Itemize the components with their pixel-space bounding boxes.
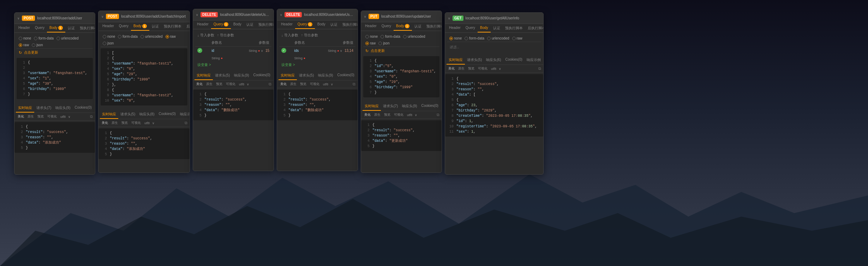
tab-[interactable]: 预执行脚本 xyxy=(424,22,442,31)
tab-[interactable]: 预执行脚本 xyxy=(340,20,358,29)
response-tab-[interactable]: 实时响应 xyxy=(16,104,34,113)
radio-none[interactable]: none xyxy=(365,35,378,38)
response-tab-7[interactable]: 请求头(7) xyxy=(34,104,53,113)
tab-Body[interactable]: Body xyxy=(231,20,244,29)
response-tab-7[interactable]: 请求头(7) xyxy=(381,102,400,111)
response-tab-5[interactable]: 请求头(5) xyxy=(213,72,232,80)
set-variable-link[interactable]: 设变量 > xyxy=(281,62,353,67)
response-tab-6[interactable]: 响应头(6) xyxy=(484,56,503,65)
tab-Header[interactable]: Header xyxy=(279,20,295,29)
radio-form-data[interactable]: form-data xyxy=(465,36,484,40)
tab-[interactable]: 认证 xyxy=(149,22,161,31)
radio-urlencoded[interactable]: urlencoded xyxy=(403,35,425,38)
tab-Query[interactable]: Query xyxy=(32,24,47,32)
radio-none[interactable]: none xyxy=(449,36,462,40)
chevron-icon[interactable]: ∨ xyxy=(448,17,450,20)
format-btn-utf8[interactable]: utf8 xyxy=(322,82,329,86)
tab-Query[interactable]: Query xyxy=(116,22,131,31)
tab-[interactable]: 认证 xyxy=(244,20,256,29)
tab-[interactable]: 后执行脚本 xyxy=(525,24,543,32)
response-tab-[interactable]: 实时响应 xyxy=(194,72,213,80)
set-variable-link[interactable]: 设变量 > xyxy=(197,62,269,67)
radio-form-data[interactable]: form-data xyxy=(34,36,54,40)
radio-raw[interactable]: raw xyxy=(365,41,376,45)
copy-icon[interactable]: ⧉ xyxy=(269,82,271,86)
response-tab-9[interactable]: 响应头(9) xyxy=(53,104,72,113)
param-checkbox[interactable]: ✓ xyxy=(281,48,286,53)
code-area[interactable]: 1[2 {3 "userName": "fangshan-test1",4 "s… xyxy=(101,48,187,105)
response-tab-8[interactable]: 响应头(8) xyxy=(137,110,156,119)
tab-[interactable]: 认证 xyxy=(412,22,424,31)
utf8-dropdown-icon[interactable]: ∨ xyxy=(247,83,249,86)
chevron-icon[interactable]: ∨ xyxy=(17,17,20,20)
tab-Header[interactable]: Header xyxy=(100,22,116,31)
radio-raw[interactable]: raw xyxy=(512,36,522,40)
tab-[interactable]: 认证 xyxy=(65,24,77,32)
code-area[interactable]: 1{23 "userName": "fangshan-test",4 "sex"… xyxy=(17,58,93,99)
utf8-dropdown-icon[interactable]: ∨ xyxy=(415,113,417,117)
response-tab-9[interactable]: 响应头(9) xyxy=(232,72,251,80)
format-btn-原生[interactable]: 原生 xyxy=(289,81,298,87)
radio-none[interactable]: none xyxy=(19,36,31,40)
format-btn-美化[interactable]: 美化 xyxy=(101,120,109,126)
radio-urlencoded[interactable]: urlencoded xyxy=(487,36,509,40)
copy-icon[interactable]: ⧉ xyxy=(185,121,187,125)
format-btn-原生[interactable]: 原生 xyxy=(26,114,35,119)
format-btn-美化[interactable]: 美化 xyxy=(195,81,204,87)
format-btn-美化[interactable]: 美化 xyxy=(363,112,372,117)
tab-Header[interactable]: Header xyxy=(194,20,211,29)
tab-[interactable]: 预执行脚本 xyxy=(77,24,95,32)
format-btn-原生[interactable]: 原生 xyxy=(373,112,382,117)
response-tab-5[interactable]: 请求头(5) xyxy=(118,110,137,119)
response-tab-Cookies0[interactable]: Cookies(0) xyxy=(72,104,94,113)
response-tab-[interactable]: 响应示例 xyxy=(178,110,190,119)
chevron-icon[interactable]: ∨ xyxy=(196,13,198,17)
copy-icon[interactable]: ⧉ xyxy=(90,114,93,119)
response-tab-Cookies0[interactable]: Cookies(0) xyxy=(335,72,356,80)
response-tab-5[interactable]: 请求头(5) xyxy=(297,72,316,80)
tab-[interactable]: 预执行脚本 xyxy=(503,24,525,32)
format-btn-美化[interactable]: 美化 xyxy=(447,66,456,71)
format-btn-可视化[interactable]: 可视化 xyxy=(309,81,321,87)
tab-[interactable]: 预执行脚本 xyxy=(161,22,184,31)
format-btn-原生[interactable]: 原生 xyxy=(205,81,214,87)
tab-Header[interactable]: Header xyxy=(447,24,463,32)
tab-Query[interactable]: Query1 xyxy=(211,20,231,29)
tab-Header[interactable]: Header xyxy=(16,24,32,32)
response-tab-[interactable]: 实时响应 xyxy=(279,72,297,80)
tab-Body[interactable]: Body1 xyxy=(47,24,65,32)
radio-json[interactable]: json xyxy=(103,41,114,45)
format-btn-预览[interactable]: 预览 xyxy=(215,81,223,87)
tab-Query[interactable]: Query1 xyxy=(295,20,315,29)
tab-[interactable]: 认证 xyxy=(328,20,340,29)
tab-[interactable]: 预执行脚本 xyxy=(256,20,274,29)
format-btn-原生[interactable]: 原生 xyxy=(457,66,466,71)
chevron-icon[interactable]: ∨ xyxy=(101,15,104,18)
import-params-button[interactable]: ↓ 导入参数 xyxy=(197,33,214,38)
response-tab-[interactable]: 实时响应 xyxy=(447,56,465,65)
utf8-dropdown-icon[interactable]: ∨ xyxy=(331,83,333,86)
radio-urlencoded[interactable]: urlencoded xyxy=(56,36,78,40)
radio-json[interactable]: json xyxy=(32,43,43,47)
format-btn-utf8[interactable]: utf8 xyxy=(143,121,151,125)
utf8-dropdown-icon[interactable]: ∨ xyxy=(499,67,501,71)
response-tab-9[interactable]: 响应头(9) xyxy=(400,102,419,111)
response-tab-Cookies0[interactable]: Cookies(0) xyxy=(156,110,178,119)
tab-[interactable]: 后执 xyxy=(184,22,190,31)
chevron-icon[interactable]: ∨ xyxy=(364,15,366,18)
response-tab-Cookies0[interactable]: Cookies(0) xyxy=(419,102,440,111)
format-btn-utf8[interactable]: utf8 xyxy=(406,113,413,117)
copy-icon[interactable]: ⧉ xyxy=(538,66,541,71)
tab-Body[interactable]: Body1 xyxy=(394,22,412,31)
response-tab-Cookies0[interactable]: Cookies(0) xyxy=(251,72,272,80)
radio-json[interactable]: json xyxy=(378,41,389,45)
format-btn-美化[interactable]: 美化 xyxy=(17,114,25,119)
refresh-row[interactable]: ↻点击更新 xyxy=(363,47,439,55)
format-btn-预览[interactable]: 预览 xyxy=(36,114,45,119)
format-btn-原生[interactable]: 原生 xyxy=(110,120,119,126)
format-btn-可视化[interactable]: 可视化 xyxy=(130,120,142,126)
tab-Body[interactable]: Body1 xyxy=(131,22,149,31)
format-btn-可视化[interactable]: 可视化 xyxy=(225,81,237,87)
format-btn-美化[interactable]: 美化 xyxy=(279,81,288,87)
radio-raw[interactable]: raw xyxy=(19,43,29,47)
